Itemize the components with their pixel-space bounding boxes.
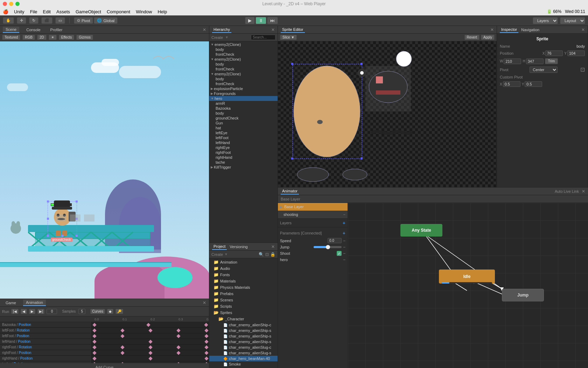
next-frame-btn[interactable]: ▶|: [37, 309, 45, 314]
speed-remove-btn[interactable]: −: [343, 238, 345, 243]
keyframe[interactable]: [204, 340, 208, 343]
keyframe[interactable]: [120, 345, 124, 349]
keyframe[interactable]: [176, 328, 180, 332]
animation-keyframe-area[interactable]: 0.0 0.1 0.2 0.3 0.4: [91, 316, 209, 363]
layers-dropdown[interactable]: Layers: [533, 17, 558, 24]
project-item-Smoke[interactable]: 📄Smoke: [209, 361, 278, 367]
hierarchy-item-rightEye[interactable]: rightEye: [209, 145, 278, 150]
hierarchy-item-enemy2(Clone)[interactable]: ▼enemy2(Clone): [209, 42, 278, 47]
keyframe[interactable]: [120, 362, 124, 363]
keyframe[interactable]: [120, 351, 124, 355]
hierarchy-item-leftFoot[interactable]: leftFoot: [209, 135, 278, 140]
keyframe-row-7[interactable]: [91, 361, 209, 363]
project-item-char_enemy_alienShip-s[interactable]: 📄char_enemy_alienShip-s: [209, 339, 278, 345]
auto-live-link-label[interactable]: Auto Live Link: [555, 189, 579, 193]
global-button[interactable]: 🌐 Global: [94, 17, 118, 24]
tab-versioning[interactable]: Versioning: [228, 244, 249, 250]
project-search-btn[interactable]: 🔍: [259, 252, 264, 257]
project-item-Animation[interactable]: 📁Animation: [209, 259, 278, 265]
keyframe[interactable]: [120, 334, 124, 338]
keyframe[interactable]: [92, 323, 96, 327]
keyframe-row-3[interactable]: [91, 339, 209, 345]
pos-y-input[interactable]: [567, 50, 585, 56]
pause-button[interactable]: ⏸: [255, 17, 266, 24]
hierarchy-item-hat[interactable]: hat: [209, 125, 278, 130]
project-create-label[interactable]: Create: [211, 252, 223, 257]
pivot-link-icon[interactable]: ⊡: [580, 66, 585, 73]
project-item-char_enemy_alienShip-s[interactable]: 📄char_enemy_alienShip-s: [209, 328, 278, 333]
hierarchy-item-leftHand[interactable]: leftHand: [209, 140, 278, 145]
hierarchy-item-body[interactable]: body: [209, 47, 278, 52]
keyframe[interactable]: [92, 328, 96, 332]
menu-edit[interactable]: Edit: [43, 9, 51, 14]
project-item-char_hero_beanMan-40[interactable]: 🔶char_hero_beanMan-40: [209, 356, 278, 361]
keyframe[interactable]: [204, 345, 208, 349]
menu-help[interactable]: Help: [158, 9, 167, 14]
tab-console[interactable]: Console: [23, 27, 43, 33]
revert-button[interactable]: Revert: [464, 35, 479, 40]
hierarchy-item-KillTrigger[interactable]: ▶KillTrigger: [209, 165, 278, 170]
keyframe[interactable]: [148, 356, 152, 360]
project-item-char_enemy_alienShip-s[interactable]: 📄char_enemy_alienShip-s: [209, 333, 278, 339]
keyframe[interactable]: [146, 323, 150, 327]
hierarchy-item-body[interactable]: body: [209, 62, 278, 67]
tab-animator[interactable]: Animator: [281, 188, 299, 195]
gizmos-btn[interactable]: Gizmos: [76, 35, 93, 40]
hierarchy-item-leftEye[interactable]: leftEye: [209, 130, 278, 135]
hierarchy-item-groundCheck[interactable]: groundCheck: [209, 116, 278, 121]
shooting-remove-icon[interactable]: −: [343, 212, 345, 217]
keyframe[interactable]: [148, 351, 152, 355]
play-anim-btn[interactable]: ▶: [29, 309, 35, 314]
rotate-tool[interactable]: ↻: [29, 17, 38, 24]
keyframe[interactable]: [176, 351, 180, 355]
minimize-button[interactable]: [9, 2, 13, 6]
state-any-state[interactable]: Any State: [400, 224, 442, 237]
keyframe[interactable]: [204, 351, 208, 355]
project-panel-lock[interactable]: 🔒: [270, 252, 275, 257]
project-panel-options[interactable]: ⊡: [265, 252, 269, 257]
animation-panel-close[interactable]: ✕: [203, 300, 206, 305]
animator-graph[interactable]: Any State Idle Jump: [348, 203, 588, 368]
layer-shooting-item[interactable]: shooting −: [278, 211, 348, 218]
prev-frame-btn[interactable]: ◀: [21, 309, 27, 314]
keyframe[interactable]: [176, 334, 180, 338]
keyframe[interactable]: [92, 345, 96, 349]
apple-menu[interactable]: 🍎: [3, 9, 8, 14]
tab-animation[interactable]: Animation: [23, 300, 46, 306]
keyframe[interactable]: [176, 362, 180, 363]
project-item-char_enemy_alienShip-c[interactable]: 📄char_enemy_alienShip-c: [209, 322, 278, 328]
tab-hierarchy[interactable]: Hierarchy: [212, 27, 231, 33]
project-item-Materials[interactable]: 📁Materials: [209, 278, 278, 284]
trim-button[interactable]: Trim: [545, 58, 558, 64]
scene-panel-close[interactable]: ✕: [203, 27, 206, 32]
project-item-_Character[interactable]: 📂_Character: [209, 316, 278, 322]
menu-assets[interactable]: Assets: [56, 9, 70, 14]
close-button[interactable]: [3, 2, 7, 6]
hierarchy-item-frontCheck[interactable]: frontCheck: [209, 52, 278, 57]
hierarchy-item-body[interactable]: body: [209, 76, 278, 81]
custom-pivot-y-input[interactable]: [525, 81, 542, 87]
keyframe[interactable]: [120, 328, 124, 332]
keyframe-row-2[interactable]: [91, 333, 209, 339]
keyframe-row-1[interactable]: [91, 328, 209, 333]
rect-tool[interactable]: ▭: [55, 17, 65, 24]
hierarchy-panel-close[interactable]: ✕: [271, 27, 275, 32]
shoot-remove-btn[interactable]: −: [343, 251, 345, 256]
tab-project[interactable]: Project: [212, 244, 227, 250]
menu-gameobject[interactable]: GameObject: [76, 9, 101, 14]
hierarchy-item-Bazooka[interactable]: Bazooka: [209, 106, 278, 111]
inspector-panel-close[interactable]: ✕: [581, 27, 585, 32]
lighting-mode-btn[interactable]: ☀: [49, 35, 57, 40]
hierarchy-item-rightHand[interactable]: rightHand: [209, 155, 278, 160]
keyframe[interactable]: [176, 345, 180, 349]
curves-btn[interactable]: Curves: [90, 309, 105, 314]
keyframe[interactable]: [204, 334, 208, 338]
key-btn[interactable]: 🔑: [115, 309, 123, 314]
animator-panel-close[interactable]: ✕: [582, 189, 585, 194]
keyframe[interactable]: [92, 356, 96, 360]
project-item-char_enemy_alienSlug-c[interactable]: 📄char_enemy_alienSlug-c: [209, 345, 278, 350]
hierarchy-item-frontCheck[interactable]: frontCheck: [209, 67, 278, 71]
keyframe[interactable]: [148, 340, 152, 343]
hierarchy-item-tache[interactable]: tache: [209, 160, 278, 165]
tab-game[interactable]: Game: [3, 300, 19, 306]
